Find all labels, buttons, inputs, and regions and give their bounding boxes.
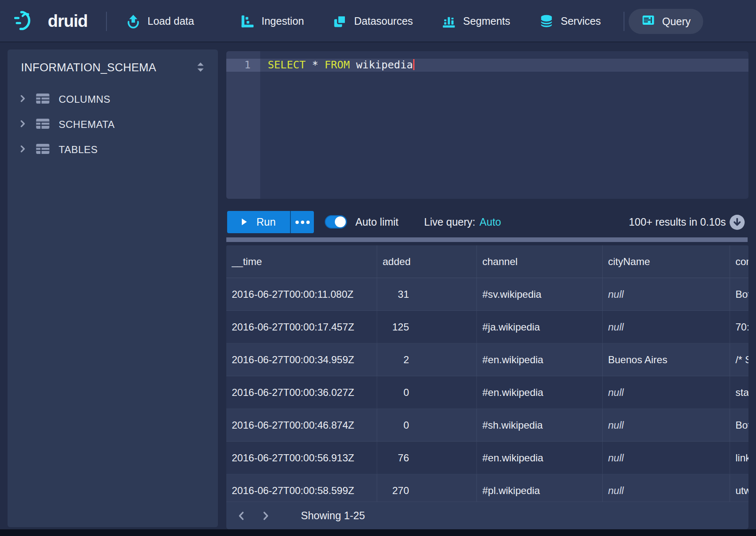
query-icon [641, 14, 655, 29]
column-header-added[interactable]: added [377, 245, 477, 278]
cell-time[interactable]: 2016-06-27T00:00:11.080Z [226, 278, 377, 310]
segments-icon [441, 14, 456, 29]
cell-time[interactable]: 2016-06-27T00:00:58.599Z [226, 474, 377, 502]
cell-cityname[interactable]: null [603, 474, 730, 502]
auto-limit-toggle[interactable] [325, 215, 347, 229]
results-panel: __time added channel cityName comment 20… [226, 245, 748, 529]
cell-channel[interactable]: #sv.wikipedia [477, 278, 603, 310]
cell-added[interactable]: 0 [377, 376, 477, 409]
next-page-button[interactable] [256, 507, 275, 525]
sql-keyword: FROM [325, 59, 350, 71]
load-data-icon [126, 14, 141, 29]
nav-item-load-data[interactable]: Load data [126, 0, 194, 42]
cell-cityname[interactable]: Buenos Aires [603, 343, 730, 376]
results-body: 2016-06-27T00:00:11.080Z 31 #sv.wikipedi… [226, 278, 748, 502]
cell-added[interactable]: 31 [377, 278, 477, 310]
cell-channel[interactable]: #en.wikipedia [477, 442, 603, 474]
cell-cityname[interactable]: null [603, 311, 730, 343]
table-row[interactable]: 2016-06-27T00:00:17.457Z 125 #ja.wikiped… [226, 311, 748, 343]
cell-comment[interactable]: stat [730, 376, 748, 409]
cell-comment[interactable]: Bot [730, 409, 748, 441]
cell-comment[interactable]: utw [730, 474, 748, 502]
nav-divider [106, 12, 107, 31]
sql-star: * [312, 59, 318, 71]
cell-added[interactable]: 125 [377, 311, 477, 343]
cell-time[interactable]: 2016-06-27T00:00:17.457Z [226, 311, 377, 343]
sql-text[interactable]: SELECT * FROM wikipedia [268, 59, 414, 72]
cell-channel[interactable]: #ja.wikipedia [477, 311, 603, 343]
chevron-right-icon[interactable] [18, 119, 27, 130]
cell-channel[interactable]: #pl.wikipedia [477, 474, 603, 502]
table-row[interactable]: 2016-06-27T00:00:34.959Z 2 #en.wikipedia… [226, 343, 748, 376]
schema-header: INFORMATION_SCHEMA [8, 49, 218, 74]
cell-comment[interactable]: /* S [730, 343, 748, 376]
schema-tree: COLUMNS SCHEMATA [8, 87, 218, 162]
datasources-icon [332, 14, 347, 29]
chevron-right-icon[interactable] [18, 94, 27, 105]
cell-cityname[interactable]: null [603, 442, 730, 474]
run-button[interactable]: Run [227, 211, 290, 233]
text-cursor [413, 59, 414, 70]
schema-sidebar: INFORMATION_SCHEMA COLUMNS [8, 49, 218, 527]
sql-identifier: wikipedia [356, 59, 413, 71]
live-query[interactable]: Live query:Auto [424, 211, 501, 233]
results-viewport: __time added channel cityName comment 20… [226, 245, 748, 502]
druid-logo[interactable]: druid [14, 0, 88, 42]
double-caret-vertical-icon[interactable] [197, 62, 205, 74]
pagination-status: Showing 1-25 [301, 510, 365, 522]
play-icon [241, 216, 247, 228]
results-header-row: __time added channel cityName comment [226, 245, 748, 278]
nav-divider [624, 12, 624, 31]
cell-cityname[interactable]: null [603, 278, 730, 310]
cell-time[interactable]: 2016-06-27T00:00:36.027Z [226, 376, 377, 409]
column-header-channel[interactable]: channel [477, 245, 603, 278]
column-header-cityname[interactable]: cityName [603, 245, 730, 278]
nav-item-datasources[interactable]: Datasources [332, 0, 413, 42]
cell-comment[interactable]: link [730, 442, 748, 474]
cell-comment[interactable]: Bot [730, 278, 748, 310]
cell-added[interactable]: 270 [377, 474, 477, 502]
sql-keyword: SELECT [268, 59, 306, 71]
run-more-button[interactable] [290, 211, 314, 233]
nav-item-label: Services [561, 15, 601, 27]
cell-added[interactable]: 2 [377, 343, 477, 376]
cell-channel[interactable]: #en.wikipedia [477, 376, 603, 409]
nav-item-query[interactable]: Query [629, 9, 703, 34]
horizontal-scrollbar[interactable] [226, 237, 748, 242]
cell-channel[interactable]: #en.wikipedia [477, 343, 603, 376]
previous-page-button[interactable] [232, 507, 251, 525]
druid-console: druid Load data Ingestion [0, 0, 756, 536]
tree-item-columns[interactable]: COLUMNS [8, 87, 218, 112]
ingestion-icon [240, 14, 255, 29]
nav-item-segments[interactable]: Segments [441, 0, 510, 42]
cell-cityname[interactable]: null [603, 376, 730, 409]
table-row[interactable]: 2016-06-27T00:00:58.599Z 270 #pl.wikiped… [226, 474, 748, 502]
nav-item-label: Datasources [354, 15, 413, 27]
cell-comment[interactable]: 70: [730, 311, 748, 343]
column-header-comment[interactable]: comment [730, 245, 748, 278]
cell-channel[interactable]: #sh.wikipedia [477, 409, 603, 441]
table-row[interactable]: 2016-06-27T00:00:56.913Z 76 #en.wikipedi… [226, 442, 748, 474]
cell-time[interactable]: 2016-06-27T00:00:34.959Z [226, 343, 377, 376]
table-icon [35, 92, 50, 107]
column-header-time[interactable]: __time [226, 245, 377, 278]
nav-item-label: Load data [148, 15, 194, 27]
table-row[interactable]: 2016-06-27T00:00:11.080Z 31 #sv.wikipedi… [226, 278, 748, 311]
cell-time[interactable]: 2016-06-27T00:00:46.874Z [226, 409, 377, 441]
cell-time[interactable]: 2016-06-27T00:00:56.913Z [226, 442, 377, 474]
nav-item-ingestion[interactable]: Ingestion [240, 0, 304, 42]
download-results-button[interactable] [729, 214, 745, 230]
cell-cityname[interactable]: null [603, 409, 730, 441]
nav-item-services[interactable]: Services [539, 0, 601, 42]
sql-editor[interactable]: 1 SELECT * FROM wikipedia [226, 51, 748, 199]
top-nav: druid Load data Ingestion [0, 0, 756, 42]
cell-added[interactable]: 0 [377, 409, 477, 441]
table-icon [35, 117, 50, 132]
tree-item-tables[interactable]: TABLES [8, 137, 218, 162]
tree-item-schemata[interactable]: SCHEMATA [8, 112, 218, 137]
tree-item-label: COLUMNS [59, 94, 111, 105]
cell-added[interactable]: 76 [377, 442, 477, 474]
chevron-right-icon[interactable] [18, 144, 27, 155]
table-row[interactable]: 2016-06-27T00:00:36.027Z 0 #en.wikipedia… [226, 376, 748, 409]
table-row[interactable]: 2016-06-27T00:00:46.874Z 0 #sh.wikipedia… [226, 409, 748, 442]
